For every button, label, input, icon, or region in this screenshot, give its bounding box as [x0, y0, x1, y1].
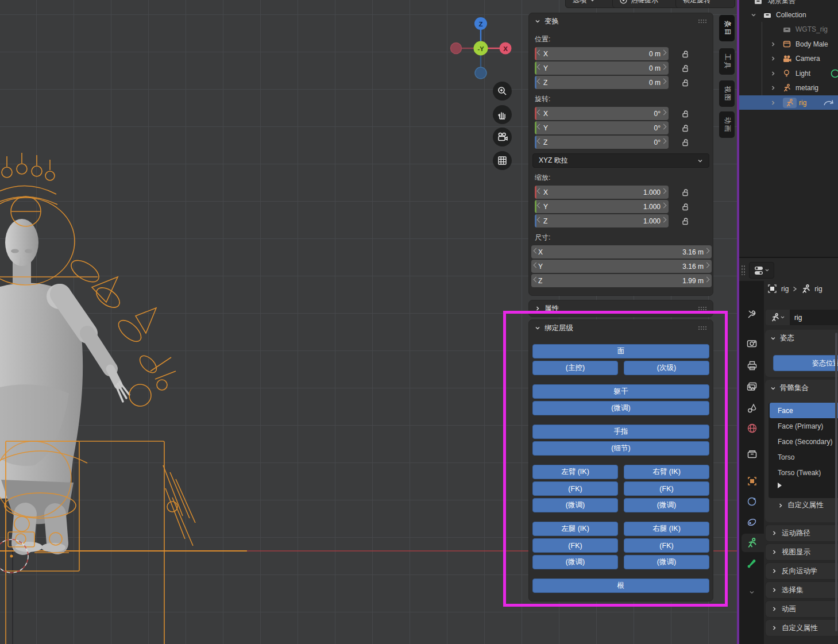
decrement-arrow-icon[interactable] [537, 110, 543, 115]
sidebar-tab[interactable]: 条目 [719, 15, 735, 41]
character-model[interactable] [0, 144, 207, 644]
outliner-row-light[interactable]: Light [739, 66, 838, 80]
properties-tab-physics-icon[interactable] [744, 493, 760, 510]
unlock-icon[interactable] [669, 50, 702, 58]
pan-view-button[interactable] [493, 105, 512, 124]
increment-arrow-icon[interactable] [661, 110, 667, 115]
increment-arrow-icon[interactable] [704, 277, 710, 283]
outliner-editor[interactable]: 场景集合 CollectionWGTS_rigBody MaleCameraLi… [739, 0, 838, 257]
editor-type-button[interactable] [749, 262, 774, 279]
decrement-arrow-icon[interactable] [537, 64, 543, 70]
bone-collection-row[interactable]: Face (Secondary) [769, 434, 838, 449]
decrement-arrow-icon[interactable] [537, 124, 543, 130]
collapsed-panel[interactable]: 动画 [765, 600, 838, 618]
unlock-icon[interactable] [669, 217, 702, 225]
bone-collection-row[interactable]: Face (Primary) [769, 418, 838, 434]
sidebar-tab[interactable]: 工具 [719, 48, 735, 75]
unlock-icon[interactable] [669, 79, 702, 87]
breadcrumb-data-name[interactable]: rig [814, 285, 822, 293]
rotation-z-field[interactable]: Z0° [535, 136, 669, 149]
location-z-field[interactable]: Z0 m [535, 76, 669, 89]
properties-tab-armature-data-icon[interactable] [744, 535, 760, 551]
pose-panel-header[interactable]: 姿态 [765, 330, 838, 346]
list-expand-row[interactable] [769, 480, 838, 491]
outliner-row-rig[interactable]: rig [739, 95, 838, 110]
properties-scrollbar[interactable] [835, 333, 837, 631]
datablock-name-field[interactable]: rig [790, 310, 838, 325]
more-tabs-chevron-icon[interactable] [744, 584, 760, 600]
transform-panel-header[interactable]: 变换 [529, 13, 713, 29]
dimension-z-field[interactable]: Z1.99 m [531, 274, 712, 287]
zoom-tool-button[interactable] [493, 82, 512, 101]
camera-view-button[interactable] [493, 128, 512, 146]
decrement-arrow-icon[interactable] [537, 217, 543, 223]
properties-tab-view-layer-icon[interactable] [744, 379, 760, 395]
dimension-y-field[interactable]: Y3.16 m [531, 260, 712, 273]
panel-grip-icon[interactable] [698, 306, 707, 311]
gizmo-axis-neg-x[interactable] [451, 43, 462, 54]
increment-arrow-icon[interactable] [704, 263, 710, 268]
decrement-arrow-icon[interactable] [537, 138, 543, 144]
expand-chevron-icon[interactable] [770, 100, 776, 106]
expand-chevron-icon[interactable] [751, 12, 756, 18]
collapsed-panel[interactable]: 反向运动学 [765, 562, 838, 580]
scale-x-field[interactable]: X1.000 [535, 186, 669, 199]
increment-arrow-icon[interactable] [661, 79, 667, 84]
bone-collection-row[interactable]: Torso [769, 449, 838, 465]
armature-rig-overlay[interactable] [0, 153, 195, 644]
rotation-x-field[interactable]: X0° [535, 107, 669, 120]
panel-grip-icon[interactable] [698, 19, 707, 24]
gizmo-axis-neg-y[interactable]: -Y [474, 41, 488, 56]
increment-arrow-icon[interactable] [661, 138, 667, 144]
pose-position-button[interactable]: 姿态位置 [773, 355, 838, 371]
properties-tab-tool-icon[interactable] [744, 306, 760, 322]
location-y-field[interactable]: Y0 m [535, 61, 669, 75]
increment-arrow-icon[interactable] [661, 203, 667, 209]
custom-properties-subpanel[interactable]: 自定义属性 [778, 500, 824, 510]
increment-arrow-icon[interactable] [661, 64, 667, 70]
datablock-type-button[interactable] [766, 310, 790, 325]
bone-collection-row[interactable]: Face [770, 403, 838, 418]
dimension-x-field[interactable]: X3.16 m [531, 245, 712, 259]
properties-tab-constraints-icon[interactable] [744, 514, 760, 530]
view-navigation-gizmo[interactable]: Z X -Y [445, 11, 520, 86]
unlock-icon[interactable] [669, 203, 702, 211]
outliner-row-body-male[interactable]: Body Male [739, 37, 838, 51]
character-mesh[interactable] [0, 219, 129, 552]
collapsed-panel[interactable]: 视图显示 [765, 543, 838, 561]
outliner-row-collection[interactable]: Collection [739, 7, 838, 22]
expand-chevron-icon[interactable] [770, 41, 776, 47]
bone-collections-header[interactable]: 骨骼集合 [765, 380, 838, 396]
scale-y-field[interactable]: Y1.000 [535, 200, 669, 213]
increment-arrow-icon[interactable] [661, 217, 667, 223]
sidebar-tab[interactable]: 视图 [719, 80, 735, 107]
decrement-arrow-icon[interactable] [537, 188, 543, 194]
properties-editor[interactable]: rig rig [739, 257, 838, 644]
gizmo-axis-x[interactable]: X [500, 43, 512, 55]
gizmo-axis-neg-z[interactable] [475, 67, 486, 79]
unlock-icon[interactable] [669, 110, 702, 118]
bone-collection-row[interactable]: Torso (Tweak) [769, 465, 838, 480]
expand-chevron-icon[interactable] [770, 85, 776, 91]
properties-tab-bone-icon[interactable] [744, 556, 760, 572]
collapsed-panel[interactable]: 自定义属性 [765, 619, 838, 637]
properties-tab-object-icon[interactable] [744, 473, 760, 489]
outliner-row-wgts-rig[interactable]: WGTS_rig [739, 22, 838, 37]
unlock-icon[interactable] [669, 64, 702, 72]
collapsed-panel[interactable]: 选择集 [765, 581, 838, 599]
increment-arrow-icon[interactable] [704, 248, 710, 254]
region-grip-icon[interactable] [741, 265, 746, 275]
properties-tab-world-icon[interactable] [744, 420, 760, 436]
properties-tab-output-icon[interactable] [744, 357, 760, 373]
properties-tab-collection-props-icon[interactable] [744, 446, 760, 462]
decrement-arrow-icon[interactable] [537, 203, 543, 209]
increment-arrow-icon[interactable] [661, 50, 667, 56]
properties-tab-render-icon[interactable] [744, 336, 760, 352]
collapsed-panel[interactable]: 运动路径 [765, 525, 838, 542]
sidebar-tab[interactable]: 动画 [719, 111, 735, 138]
rotation-y-field[interactable]: Y0° [535, 121, 669, 134]
outliner-row-camera[interactable]: Camera [739, 52, 838, 66]
location-x-field[interactable]: X0 m [535, 47, 669, 60]
unlock-icon[interactable] [669, 138, 702, 146]
expand-chevron-icon[interactable] [770, 56, 776, 61]
